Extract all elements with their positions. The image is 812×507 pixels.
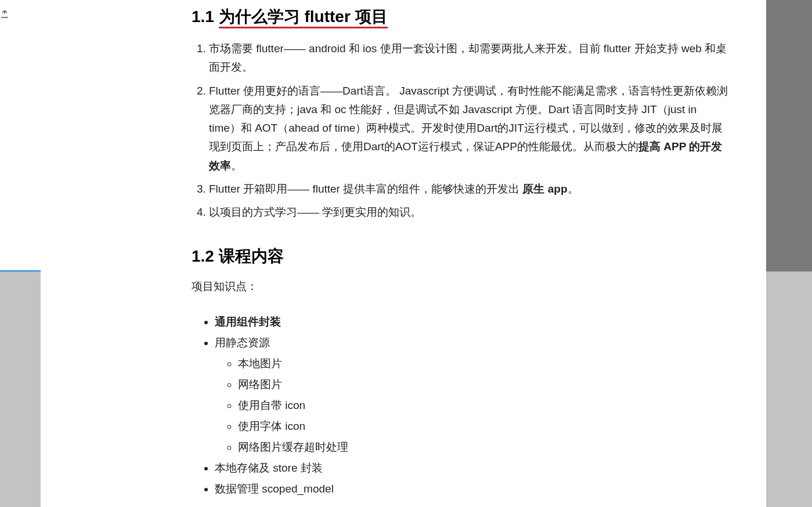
list-item: 网络图片 — [238, 374, 731, 395]
document-content: 1.1 为什么学习 flutter 项目 市场需要 flutter—— andr… — [41, 0, 766, 507]
list-item: 以项目的方式学习—— 学到更实用的知识。 — [209, 203, 731, 222]
section-1-2-heading: 1.2 课程内容 — [192, 245, 731, 267]
list-item: 使用自带 icon — [238, 395, 731, 416]
list-item: 本地图片 — [238, 353, 731, 374]
heading-text: 为什么学习 flutter 项目 — [219, 8, 388, 28]
content-list: 通用组件封装 用静态资源 本地图片 网络图片 使用自带 icon 使用字体 ic… — [192, 312, 731, 500]
list-item: Flutter 开箱即用—— flutter 提供丰富的组件，能够快速的开发出 … — [209, 180, 731, 198]
list-item: Flutter 使用更好的语言——Dart语言。 Javascript 方便调试… — [209, 82, 731, 175]
reasons-list: 市场需要 flutter—— android 和 ios 使用一套设计图，却需要… — [192, 39, 731, 222]
list-item: 使用字体 icon — [238, 416, 731, 437]
list-item: 本地存储及 store 封装 — [215, 458, 731, 479]
list-item: 网络图片缓存超时处理 — [238, 437, 731, 458]
list-item: 用静态资源 本地图片 网络图片 使用自带 icon 使用字体 icon 网络图片… — [215, 332, 731, 458]
section-1-1-heading: 1.1 为什么学习 flutter 项目 — [192, 6, 388, 28]
list-item: 通用组件封装 — [215, 312, 731, 332]
sub-list: 本地图片 网络图片 使用自带 icon 使用字体 icon 网络图片缓存超时处理 — [215, 353, 731, 458]
list-item: 数据管理 scoped_model — [215, 479, 731, 499]
intro-text: 项目知识点： — [192, 279, 731, 294]
heading-number: 1.1 — [192, 8, 219, 26]
list-item: 市场需要 flutter—— android 和 ios 使用一套设计图，却需要… — [209, 39, 731, 77]
collapse-icon[interactable] — [0, 10, 9, 20]
